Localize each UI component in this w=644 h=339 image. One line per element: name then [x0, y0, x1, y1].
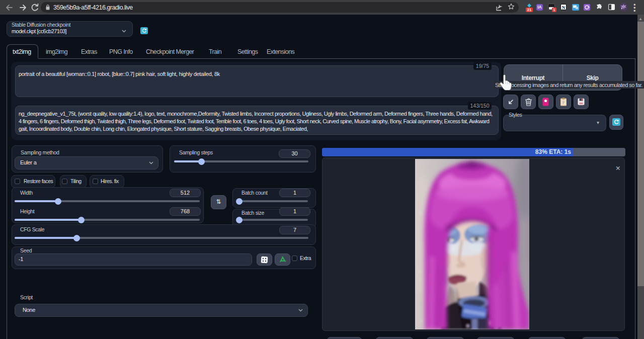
svg-text:21: 21 — [527, 8, 531, 12]
